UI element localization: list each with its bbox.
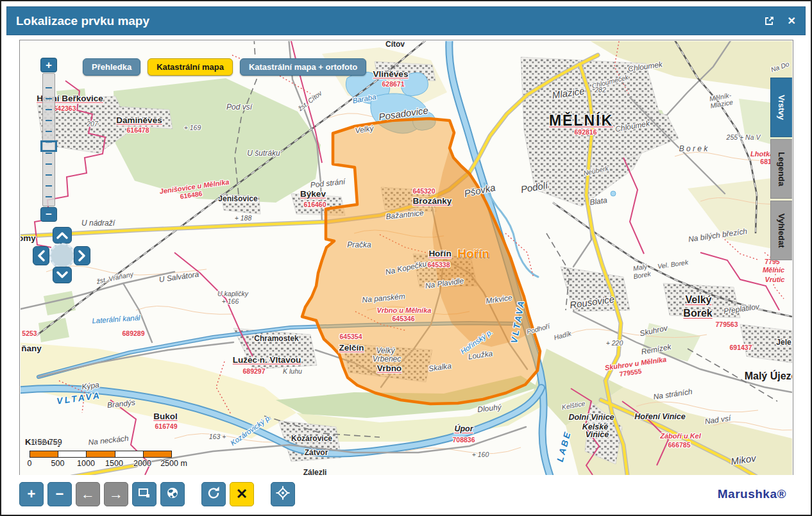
side-tab-strip: VrstvyLegendaVyhledat (770, 78, 792, 260)
pan-right-button[interactable] (74, 246, 90, 265)
rectangle-select-icon (137, 486, 151, 503)
zoom-out-button[interactable]: − (40, 207, 57, 222)
pan-down-button[interactable] (53, 267, 72, 283)
zoom-slider-handle[interactable] (40, 140, 57, 152)
locate-button[interactable] (271, 482, 295, 506)
globe-icon (165, 486, 180, 503)
dialog-title: Lokalizace prvku mapy (16, 14, 149, 28)
basemap-switcher: PřehledkaKatastrální mapaKatastrální map… (83, 58, 366, 76)
titlebar-actions: ✕ (764, 15, 796, 26)
history-back-button[interactable]: ← (76, 482, 100, 506)
dialog-window: Lokalizace prvku mapy ✕ (0, 0, 812, 516)
side-tab[interactable]: Vrstvy (770, 78, 792, 137)
basemap-button[interactable]: Katastrální mapa (148, 58, 233, 76)
pan-control (33, 227, 92, 286)
map-image[interactable] (21, 41, 792, 475)
zoom-in-tool-button[interactable]: + (19, 482, 44, 506)
basemap-button[interactable]: Katastrální mapa + ortofoto (240, 58, 366, 76)
zoom-out-tool-button[interactable]: − (47, 482, 72, 506)
bottom-toolbar: + − ← → ✕ Marushka® (1, 475, 811, 513)
pan-left-button[interactable] (33, 246, 49, 265)
pan-compass[interactable] (49, 243, 75, 269)
basemap-button[interactable]: Přehledka (83, 58, 140, 76)
side-tab[interactable]: Legenda (770, 139, 792, 199)
marushka-logo: Marushka® (718, 487, 793, 501)
history-forward-button[interactable]: → (104, 482, 128, 506)
map-frame: CítovVliněves628671BarabaPosadovicežst. … (19, 40, 793, 476)
zoom-rectangle-button[interactable] (132, 482, 156, 506)
side-tab[interactable]: Vyhledat (770, 201, 792, 260)
zoom-in-button[interactable]: + (40, 58, 57, 72)
dialog-titlebar: Lokalizace prvku mapy ✕ (6, 6, 806, 35)
crosshair-target-icon (275, 485, 291, 503)
refresh-button[interactable] (201, 482, 226, 506)
zoom-slider-track[interactable] (42, 73, 55, 206)
scale-ratio: 1:52 759 (31, 438, 62, 447)
zoom-slider: + − (40, 58, 57, 222)
refresh-icon (207, 486, 221, 503)
close-icon[interactable]: ✕ (788, 16, 796, 26)
pan-up-button[interactable] (53, 227, 72, 244)
full-extent-button[interactable] (160, 482, 185, 506)
clear-selection-button[interactable]: ✕ (230, 482, 254, 506)
scale-bar (30, 451, 172, 458)
open-in-new-window-icon[interactable] (764, 15, 775, 26)
map-viewport[interactable]: CítovVliněves628671BarabaPosadovicežst. … (21, 41, 792, 475)
